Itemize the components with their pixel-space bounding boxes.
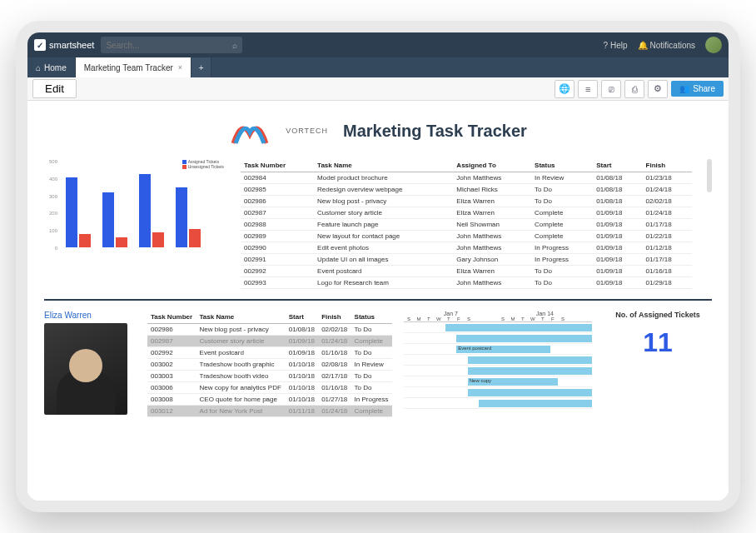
gantt-row (404, 322, 592, 333)
gantt-bar[interactable] (456, 335, 592, 342)
app-logo: ✓ smartsheet (34, 39, 94, 51)
column-header[interactable]: Status (351, 311, 392, 324)
chart-bar (139, 174, 151, 247)
help-icon: ? (603, 41, 608, 50)
toolbar: Edit 🌐 ≡ ⎚ ⎙ ⚙ 👥 Share (27, 77, 729, 101)
tab-home[interactable]: ⌂ Home (27, 57, 76, 77)
table-row[interactable]: 002990Edit event photosJohn MatthewsIn P… (241, 242, 692, 254)
brand-name: VORTECH (286, 127, 328, 135)
close-icon[interactable]: × (178, 63, 182, 72)
column-header[interactable]: Start (593, 159, 642, 172)
people-icon: 👥 (679, 84, 689, 93)
gantt-row: New copy (404, 376, 592, 387)
metric-widget: No. of Assigned Tickets 11 (604, 311, 712, 358)
gantt-bar[interactable] (468, 367, 592, 375)
table-row[interactable]: 002985Redesign overview webpageMichael R… (241, 184, 692, 196)
logo-mark-icon: ✓ (34, 39, 46, 51)
column-header[interactable]: Task Name (314, 159, 453, 172)
main-task-table: Task NumberTask NameAssigned ToStatusSta… (241, 159, 692, 289)
gantt-bar[interactable] (445, 324, 592, 331)
column-header[interactable]: Task Number (241, 159, 314, 172)
table-row[interactable]: 002991Update UI on all imagesGary Johnso… (241, 254, 692, 266)
gantt-bar[interactable] (479, 400, 592, 407)
column-header[interactable]: Assigned To (453, 159, 531, 172)
search-box[interactable]: ⌕ (101, 37, 242, 53)
table-row[interactable]: 002992Event postcard01/09/1801/16/18To D… (147, 347, 392, 359)
top-bar: ✓ smartsheet ⌕ ? Help 🔔 Notifications (27, 32, 729, 57)
chart-bar (79, 234, 91, 247)
page-title: Marketing Task Tracker (343, 122, 527, 141)
home-icon: ⌂ (36, 63, 41, 72)
gantt-bar[interactable] (468, 389, 592, 396)
gantt-row (404, 398, 592, 409)
column-header[interactable]: Task Number (147, 311, 196, 324)
table-row[interactable]: 002987Customer story article01/09/1801/2… (147, 336, 392, 347)
chart-bar (116, 237, 127, 247)
table-row[interactable]: 002984Model product brochureJohn Matthew… (241, 172, 692, 184)
dashboard-content: VORTECH Marketing Task Tracker 500400300… (27, 101, 729, 501)
gantt-bar[interactable]: New copy (468, 378, 559, 386)
person-name: Eliza Warren (44, 311, 136, 320)
gantt-bar[interactable]: Event postcard (456, 346, 550, 353)
user-avatar[interactable] (705, 37, 722, 53)
bar-chart: 5004003002001000 Assigned TicketsUnassig… (44, 159, 227, 251)
tab-bar: ⌂ Home Marketing Team Tracker × + (27, 57, 729, 77)
table-row[interactable]: 002986New blog post - privacy01/08/1802/… (147, 324, 392, 336)
gantt-bar[interactable] (468, 356, 592, 364)
metric-value: 11 (604, 327, 712, 358)
notifications-link[interactable]: 🔔 Notifications (638, 41, 695, 50)
bell-icon: 🔔 (638, 41, 648, 50)
help-link[interactable]: ? Help (603, 41, 627, 50)
display-icon[interactable]: ⎚ (601, 80, 621, 98)
chart-bar (66, 177, 77, 247)
gantt-row (404, 355, 592, 366)
chart-bar (176, 187, 187, 247)
scrollbar[interactable] (707, 159, 712, 192)
table-row[interactable]: 003008CEO quote for home page01/10/1801/… (147, 394, 392, 406)
section-divider (44, 299, 712, 301)
gantt-row (404, 387, 592, 398)
gantt-row (404, 366, 592, 376)
table-row[interactable]: 002993Logo for Research teamJohn Matthew… (241, 277, 692, 289)
table-row[interactable]: 003003Tradeshow booth video01/10/1802/17… (147, 371, 392, 382)
column-header[interactable]: Status (531, 159, 593, 172)
column-header[interactable]: Finish (318, 311, 351, 324)
table-row[interactable]: 002988Feature launch pageNeil ShowmanCom… (241, 219, 692, 231)
table-row[interactable]: 002992Event postcardEliza WarrenTo Do01/… (241, 266, 692, 277)
table-row[interactable]: 002989New layout for contact pageJohn Ma… (241, 231, 692, 242)
print-icon[interactable]: ⎙ (624, 80, 644, 98)
search-icon[interactable]: ⌕ (232, 41, 237, 50)
publish-icon[interactable]: 🌐 (555, 80, 574, 98)
column-header[interactable]: Task Name (196, 311, 286, 324)
brand-logo (229, 114, 271, 147)
chart-bar (102, 192, 114, 247)
metric-label: No. of Assigned Tickets (604, 311, 712, 319)
tab-add[interactable]: + (191, 57, 211, 77)
gantt-chart: Jan 7 SMTWTFS Jan 14 SMTWTFS Event postc… (404, 311, 592, 409)
plus-icon: + (199, 63, 204, 72)
chart-bar (152, 232, 164, 247)
chart-bar (189, 229, 201, 247)
gantt-row (404, 333, 592, 344)
column-header[interactable]: Start (286, 311, 318, 324)
share-button[interactable]: 👥 Share (671, 81, 724, 97)
assigned-task-table: Task NumberTask NameStartFinishStatus 00… (147, 311, 392, 417)
table-row[interactable]: 003006New copy for analytics PDF01/10/18… (147, 382, 392, 394)
table-row[interactable]: 003012Ad for New York Post01/11/1801/24/… (147, 406, 392, 417)
person-photo (44, 323, 127, 415)
gantt-row: Event postcard (404, 344, 592, 355)
table-row[interactable]: 002987Customer story articleEliza Warren… (241, 207, 692, 219)
settings-icon[interactable]: ⚙ (648, 80, 668, 98)
table-row[interactable]: 002986New blog post - privacyEliza Warre… (241, 196, 692, 207)
edit-button[interactable]: Edit (32, 79, 77, 98)
filter-icon[interactable]: ≡ (578, 80, 598, 98)
search-input[interactable] (106, 41, 232, 50)
column-header[interactable]: Finish (643, 159, 692, 172)
app-name: smartsheet (49, 40, 94, 50)
tab-active-sheet[interactable]: Marketing Team Tracker × (76, 57, 191, 77)
table-row[interactable]: 003002Tradeshow booth graphic01/10/1802/… (147, 359, 392, 371)
